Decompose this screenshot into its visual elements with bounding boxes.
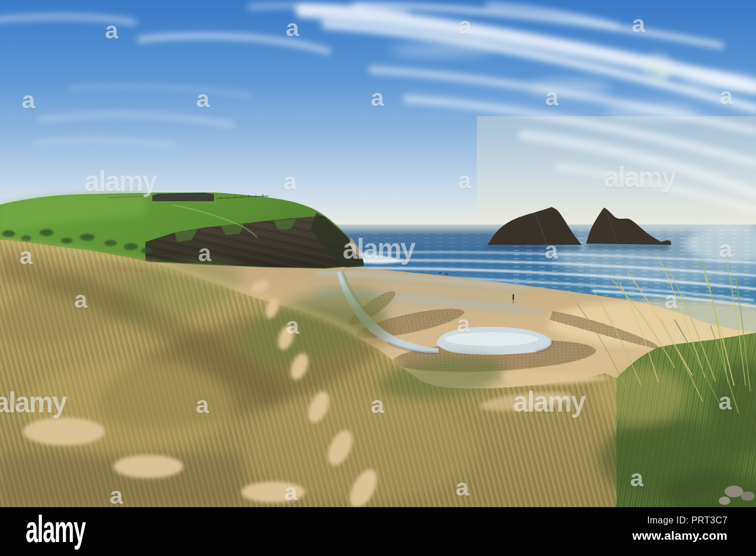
stock-photo-page: aaaaaaaaaaaaaaaaaaaaaaaaaaalamyalamyalam… <box>0 0 756 556</box>
footer-meta: Image ID: PRT3C7 www.alamy.com <box>632 515 728 543</box>
image-id-text: Image ID: PRT3C7 <box>632 515 728 526</box>
coastal-scene-illustration <box>0 0 756 507</box>
alamy-logo: alamy <box>26 511 85 548</box>
lens-flare <box>643 52 673 83</box>
alamy-url-text: www.alamy.com <box>632 529 728 543</box>
building-silhouette <box>152 193 214 201</box>
footer-bar: alamy Image ID: PRT3C7 www.alamy.com <box>0 507 756 556</box>
beach-photograph: aaaaaaaaaaaaaaaaaaaaaaaaaaalamyalamyalam… <box>0 0 756 507</box>
